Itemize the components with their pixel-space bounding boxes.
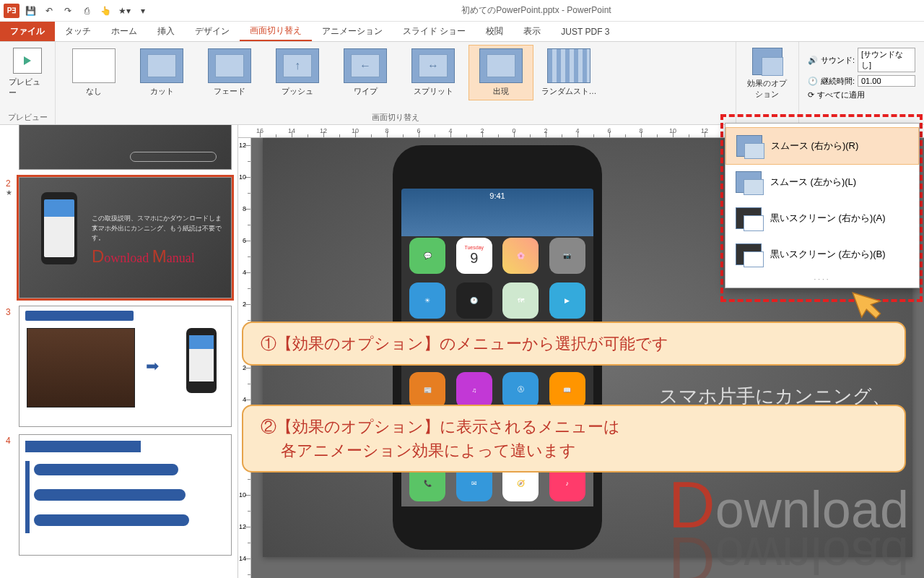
print-icon[interactable]: ⎙ (78, 2, 95, 20)
quick-access-toolbar: P∃ 💾 ↶ ↷ ⎙ 👆 ★▾ ▾ (3, 2, 152, 20)
tab-file[interactable]: ファイル (0, 22, 55, 41)
slide-4-preview (19, 434, 232, 556)
slide-thumbnail-1[interactable] (6, 125, 232, 170)
tab-view[interactable]: 表示 (513, 22, 551, 41)
black-right-icon (736, 207, 762, 229)
callout-2: ②【効果のオプション】に表示されるメニューは 各アニメーション効果によって違いま… (242, 405, 906, 473)
clock-icon: 🕐 (808, 77, 818, 86)
apply-all-icon: ⟳ (808, 90, 814, 100)
transition-appear[interactable]: 出現 (468, 45, 533, 100)
ribbon-group-preview: プレビュー プレビュー (0, 42, 56, 124)
smooth-right-icon (736, 135, 762, 157)
sound-select[interactable]: [サウンドなし] (858, 48, 915, 72)
duration-input[interactable]: 01.00 (858, 75, 915, 87)
transition-random-stripes[interactable]: ランダムスト… (536, 45, 601, 100)
black-left-icon (736, 243, 762, 265)
slide-3-preview: ➡ (19, 306, 232, 427)
apply-all-button[interactable]: ⟳ すべてに適用 (808, 90, 915, 100)
window-title: 初めてのPowerPoint.pptx - PowerPoint (152, 4, 921, 17)
title-bar: P∃ 💾 ↶ ↷ ⎙ 👆 ★▾ ▾ 初めてのPowerPoint.pptx - … (0, 0, 924, 22)
ribbon: プレビュー プレビュー なし カット フェード ↑ プッシュ ← (0, 42, 924, 125)
tab-home[interactable]: ホーム (101, 22, 147, 41)
dropdown-black-left[interactable]: 黒いスクリーン (左から)(B) (725, 236, 919, 272)
timing-duration-row: 🕐 継続時間: 01.00 (808, 75, 915, 87)
save-icon[interactable]: 💾 (22, 2, 39, 20)
tab-touch[interactable]: タッチ (55, 22, 101, 41)
redo-icon[interactable]: ↷ (59, 2, 77, 20)
transition-none[interactable]: なし (61, 45, 126, 100)
slide-thumbnail-2[interactable]: 2 ★ この取扱説明、スマホにかダウンロードします。 スマホ外出にカンニング、も… (6, 177, 232, 298)
favorite-icon[interactable]: ★▾ (116, 2, 133, 20)
timing-sound-row: 🔊 サウンド: [サウンドなし] (808, 48, 915, 72)
transition-random-icon (547, 48, 590, 83)
smooth-left-icon (736, 171, 762, 193)
transition-split[interactable]: ↔ スプリット (401, 45, 466, 100)
sound-icon: 🔊 (808, 56, 818, 65)
effect-options-button[interactable]: 効果のオプション (742, 45, 793, 103)
dropdown-grip-icon[interactable]: ···· (725, 272, 919, 283)
tab-animations[interactable]: アニメーション (312, 22, 393, 41)
tab-slideshow[interactable]: スライド ショー (393, 22, 476, 41)
dropdown-smooth-left[interactable]: スムース (左から)(L) (725, 164, 919, 200)
group-label-preview: プレビュー (6, 111, 49, 123)
slide-thumbnail-4[interactable]: 4 (6, 434, 232, 556)
undo-icon[interactable]: ↶ (40, 2, 58, 20)
qat-customize-icon[interactable]: ▾ (134, 2, 152, 20)
ribbon-group-effect-options: 効果のオプション (736, 42, 799, 124)
ribbon-group-timing: 🔊 サウンド: [サウンドなし] 🕐 継続時間: 01.00 ⟳ すべてに適用 (799, 42, 924, 124)
callout-1: ①【効果のオプション】のメニューから選択が可能です (242, 322, 906, 366)
transition-push[interactable]: ↑ プッシュ (265, 45, 330, 100)
ribbon-group-transitions: なし カット フェード ↑ プッシュ ← ワイプ ↔ スプリット (56, 42, 736, 124)
transition-wipe-icon: ← (344, 48, 387, 83)
transition-push-icon: ↑ (276, 48, 319, 83)
tab-transitions[interactable]: 画面切り替え (240, 22, 312, 41)
slide-thumbnail-3[interactable]: 3 ➡ (6, 306, 232, 427)
tab-justpdf[interactable]: JUST PDF 3 (551, 22, 619, 41)
dropdown-smooth-right[interactable]: スムース (右から)(R) (725, 127, 919, 165)
slide-thumbnail-panel[interactable]: 2 ★ この取扱説明、スマホにかダウンロードします。 スマホ外出にカンニング、も… (0, 125, 238, 578)
dropdown-black-right[interactable]: 黒いスクリーン (右から)(A) (725, 200, 919, 236)
transition-fade[interactable]: フェード (197, 45, 262, 100)
transition-indicator-icon: ★ (6, 189, 19, 197)
transition-cut[interactable]: カット (129, 45, 194, 100)
transition-gallery: なし カット フェード ↑ プッシュ ← ワイプ ↔ スプリット (61, 45, 730, 100)
slide-2-preview: この取扱説明、スマホにかダウンロードします。 スマホ外出にカンニング、もう紙読は… (19, 177, 232, 298)
transition-fade-icon (208, 48, 251, 83)
transition-cut-icon (140, 48, 183, 83)
slide-1-preview (19, 125, 232, 170)
group-label-transitions: 画面切り替え (61, 111, 730, 123)
effect-options-icon (752, 48, 783, 75)
transition-split-icon: ↔ (411, 48, 455, 83)
tab-insert[interactable]: 挿入 (147, 22, 185, 41)
tab-review[interactable]: 校閲 (476, 22, 513, 41)
transition-appear-icon (479, 48, 523, 83)
app-icon: P∃ (3, 2, 20, 20)
preview-play-icon (13, 48, 42, 74)
ribbon-tabs: ファイル タッチ ホーム 挿入 デザイン 画面切り替え アニメーション スライド… (0, 22, 924, 42)
transition-none-icon (72, 48, 116, 83)
transition-wipe[interactable]: ← ワイプ (333, 45, 398, 100)
effect-options-dropdown: スムース (右から)(R) スムース (左から)(L) 黒いスクリーン (右から… (725, 123, 920, 288)
touch-mode-icon[interactable]: 👆 (97, 2, 114, 20)
tab-design[interactable]: デザイン (185, 22, 240, 41)
preview-button[interactable]: プレビュー (6, 45, 49, 101)
